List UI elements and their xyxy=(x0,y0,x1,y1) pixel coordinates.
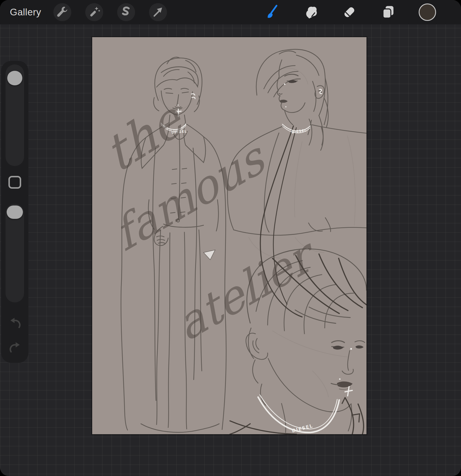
watermark-word-the: the xyxy=(97,88,193,184)
watermark-word-atelier: atelier xyxy=(169,226,324,352)
color-swatch-button[interactable] xyxy=(419,3,436,21)
layers-icon xyxy=(380,4,396,20)
drawing-canvas[interactable]: DIESEL DIESEL DIESEL the famous atelier xyxy=(92,37,366,434)
brush-size-handle[interactable] xyxy=(7,71,22,85)
paintbrush-icon xyxy=(264,4,280,20)
gallery-button[interactable]: Gallery xyxy=(10,0,41,24)
eraser-icon xyxy=(342,4,357,20)
transform-button[interactable] xyxy=(149,3,167,21)
undo-button[interactable] xyxy=(8,316,22,330)
actions-button[interactable] xyxy=(53,3,71,21)
opacity-handle[interactable] xyxy=(7,205,23,219)
magic-wand-icon xyxy=(87,5,101,19)
undo-icon xyxy=(8,316,22,330)
sidebar-panel xyxy=(1,61,28,363)
redo-icon xyxy=(8,340,22,354)
paint-tool-button[interactable] xyxy=(264,4,280,20)
watermark-script: the famous atelier xyxy=(97,88,324,352)
artwork-sketch: DIESEL DIESEL DIESEL the famous atelier xyxy=(92,37,366,434)
selection-s-icon xyxy=(119,5,133,19)
smudge-finger-icon xyxy=(303,4,319,20)
adjustments-button[interactable] xyxy=(85,3,103,21)
redo-button[interactable] xyxy=(8,340,22,354)
layers-button[interactable] xyxy=(380,4,396,20)
wrench-icon xyxy=(55,5,69,19)
transform-arrow-icon xyxy=(151,5,165,19)
erase-tool-button[interactable] xyxy=(342,4,357,20)
modify-button[interactable] xyxy=(8,176,21,189)
top-toolbar: Gallery xyxy=(0,0,461,24)
selection-button[interactable] xyxy=(117,3,135,21)
necklace-label-right-figure: DIESEL xyxy=(291,128,307,134)
smudge-tool-button[interactable] xyxy=(303,4,319,20)
procreate-app: Gallery xyxy=(0,0,461,476)
